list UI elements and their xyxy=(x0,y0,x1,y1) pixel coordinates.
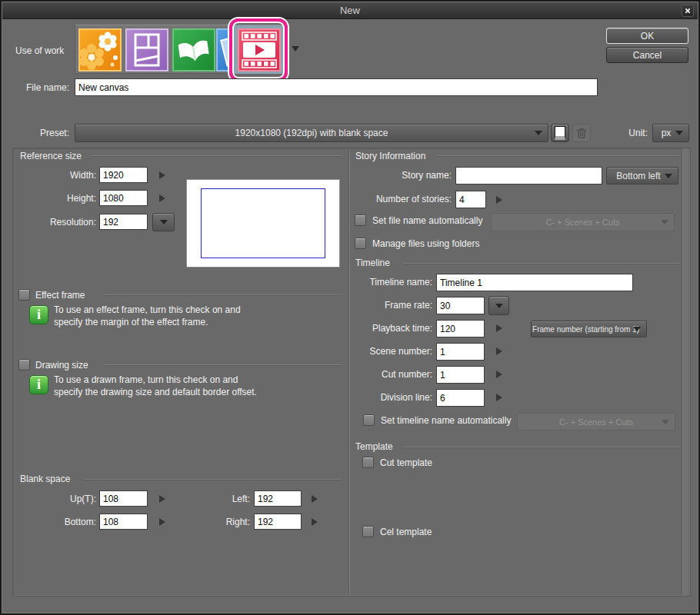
section-line xyxy=(103,364,342,365)
timeline-name-input[interactable] xyxy=(436,274,633,291)
use-of-work-label: Use of work xyxy=(15,45,64,56)
close-button[interactable] xyxy=(682,5,694,17)
width-stepper-icon[interactable] xyxy=(159,171,165,179)
height-input[interactable] xyxy=(99,190,148,206)
blank-bottom-label: Bottom: xyxy=(17,517,96,527)
set-timeline-name-label[interactable]: Set timeline name automatically xyxy=(381,415,511,426)
division-line-label: Division line: xyxy=(346,392,432,403)
story-information-title: Story Information xyxy=(355,151,425,161)
resolution-label: Resolution: xyxy=(17,217,96,228)
chevron-down-icon xyxy=(495,304,503,308)
canvas-preview-frame xyxy=(201,188,325,258)
section-line xyxy=(403,263,680,264)
width-input[interactable] xyxy=(99,167,148,183)
cut-number-stepper-icon[interactable] xyxy=(496,371,502,378)
scene-number-label: Scene number: xyxy=(346,346,432,357)
ok-button[interactable]: OK xyxy=(606,28,688,44)
show-all-pages-icon[interactable] xyxy=(172,28,215,71)
unit-dropdown[interactable]: px xyxy=(652,124,689,142)
dialog-title: New xyxy=(340,5,360,16)
illustration-icon[interactable] xyxy=(78,28,122,71)
delete-preset-button xyxy=(572,124,591,142)
blank-left-input[interactable] xyxy=(254,490,302,507)
file-name-input[interactable] xyxy=(75,78,598,96)
height-stepper-icon[interactable] xyxy=(159,194,165,202)
blank-bottom-input[interactable] xyxy=(99,514,148,530)
effect-frame-info-line1: To use an effect frame, turn this check … xyxy=(54,304,241,316)
cut-template-label[interactable]: Cut template xyxy=(380,457,432,468)
cel-template-checkbox[interactable] xyxy=(362,526,374,537)
story-name-label: Story name: xyxy=(355,170,452,181)
playback-time-stepper-icon[interactable] xyxy=(496,324,502,332)
cut-number-input[interactable] xyxy=(436,366,485,384)
playback-mode-dropdown[interactable]: Frame number (starting from 1) xyxy=(531,321,647,337)
frame-rate-input[interactable] xyxy=(436,297,485,314)
panel-scrollbar[interactable] xyxy=(682,148,688,596)
playback-time-label: Playback time: xyxy=(346,323,432,334)
chevron-down-icon xyxy=(665,174,672,178)
drawing-size-info-line2: specify the drawing size and default bor… xyxy=(54,386,257,398)
timeline-title: Timeline xyxy=(355,258,390,268)
cel-template-label[interactable]: Cel template xyxy=(380,527,432,537)
number-of-stories-label: Number of stories: xyxy=(355,194,452,204)
scene-number-input[interactable] xyxy=(436,343,485,361)
manage-files-label[interactable]: Manage files using folders xyxy=(372,238,479,249)
reference-size-title: Reference size xyxy=(20,151,82,161)
story-name-position-dropdown[interactable]: Bottom left xyxy=(606,167,678,184)
canvas-preview xyxy=(187,180,339,267)
set-file-name-label[interactable]: Set file name automatically xyxy=(372,215,482,226)
number-of-stories-stepper-icon[interactable] xyxy=(496,196,502,204)
title-bar: New xyxy=(2,2,698,19)
timeline-name-pattern-dropdown: C- + Scenes + Cuts xyxy=(517,413,675,430)
blank-right-label: Right: xyxy=(186,517,250,527)
section-line xyxy=(83,479,342,480)
playback-time-input[interactable] xyxy=(436,320,485,337)
frame-rate-dropdown-button[interactable] xyxy=(488,296,509,315)
blank-bottom-stepper-icon[interactable] xyxy=(159,518,165,526)
comic-icon[interactable] xyxy=(125,28,168,71)
manage-files-checkbox[interactable] xyxy=(355,238,366,249)
playback-mode-value: Frame number (starting from 1) xyxy=(532,325,639,334)
effect-frame-label[interactable]: Effect frame xyxy=(35,290,85,301)
effect-frame-info-line2: specify the margin of the effect frame. xyxy=(54,316,208,328)
set-timeline-name-checkbox[interactable] xyxy=(363,414,375,426)
blank-left-stepper-icon[interactable] xyxy=(312,495,318,503)
file-name-pattern-value: C- + Scenes + Cuts xyxy=(546,218,620,227)
blank-right-stepper-icon[interactable] xyxy=(312,518,318,526)
drawing-size-info-line1: To use a drawn frame, turn this check on… xyxy=(54,374,238,386)
register-preset-button[interactable] xyxy=(551,124,569,142)
number-of-stories-input[interactable] xyxy=(455,191,486,208)
cut-number-label: Cut number: xyxy=(346,369,432,380)
chevron-down-icon xyxy=(535,131,542,135)
animation-icon[interactable] xyxy=(238,28,281,71)
division-line-stepper-icon[interactable] xyxy=(496,394,502,401)
info-icon: i xyxy=(29,305,48,324)
drawing-size-label[interactable]: Drawing size xyxy=(35,360,88,371)
height-label: Height: xyxy=(17,193,96,204)
blank-right-input[interactable] xyxy=(254,514,302,530)
resolution-dropdown-button[interactable] xyxy=(152,213,175,231)
blank-up-input[interactable] xyxy=(99,490,148,507)
resolution-input[interactable] xyxy=(99,214,148,230)
trash-icon xyxy=(575,127,588,139)
scene-number-stepper-icon[interactable] xyxy=(496,347,502,355)
story-name-input[interactable] xyxy=(455,167,602,184)
preset-label: Preset: xyxy=(17,128,69,138)
chevron-down-icon xyxy=(160,220,168,224)
blank-up-label: Up(T): xyxy=(17,494,96,504)
drawing-size-checkbox[interactable] xyxy=(18,359,30,371)
cancel-button[interactable]: Cancel xyxy=(606,47,688,63)
timeline-name-pattern-value: C- + Scenes + Cuts xyxy=(559,417,633,427)
set-file-name-checkbox[interactable] xyxy=(355,214,366,226)
unit-label: Unit: xyxy=(613,128,648,138)
work-dropdown-arrow-icon[interactable] xyxy=(292,46,299,52)
cut-template-checkbox[interactable] xyxy=(362,457,374,468)
preset-dropdown[interactable]: 1920x1080 (192dpi) with blank space xyxy=(75,124,548,142)
file-name-label: File name: xyxy=(15,82,69,93)
effect-frame-checkbox[interactable] xyxy=(18,289,30,301)
division-line-input[interactable] xyxy=(436,389,485,407)
template-title: Template xyxy=(355,441,393,452)
blank-space-title: Blank space xyxy=(20,474,70,484)
blank-up-stepper-icon[interactable] xyxy=(159,495,165,503)
info-icon: i xyxy=(29,375,48,394)
